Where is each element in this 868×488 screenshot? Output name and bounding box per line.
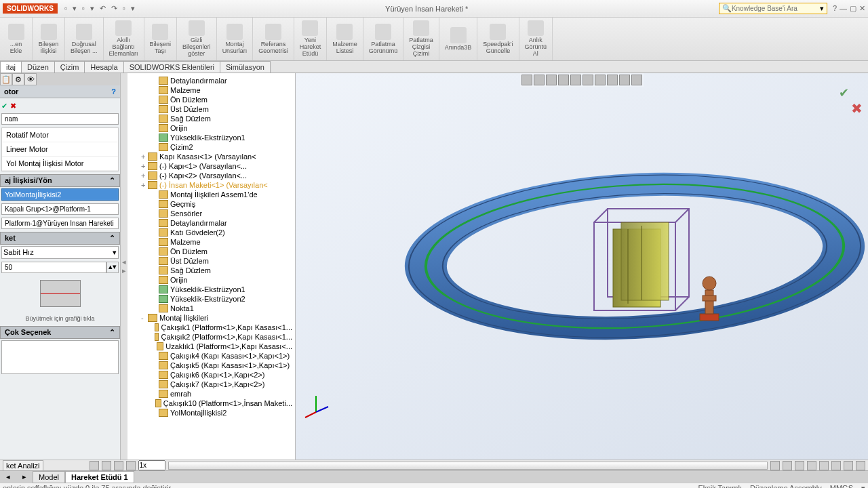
ribbon-button[interactable]: BileşeniTaşı	[144, 18, 178, 60]
tree-item[interactable]: Detaylandırmalar	[127, 76, 295, 85]
ribbon-button[interactable]: MalzemeListesi	[327, 18, 363, 60]
tree-item[interactable]: YolMontajİlişkisi2	[127, 408, 295, 418]
ribbon-button[interactable]: YeniHareketEtüdü	[294, 18, 328, 60]
tree-item[interactable]: Katı Gövdeler(2)	[127, 228, 295, 237]
tree-item[interactable]: Üst Düzlem	[127, 104, 295, 114]
qat-rebuild-icon[interactable]: ▫	[123, 4, 125, 13]
tree-item[interactable]: Sensörler	[127, 209, 295, 218]
tree-item[interactable]: Orijin	[127, 275, 295, 285]
search-dropdown-icon[interactable]: ▾	[820, 4, 824, 13]
tree-item[interactable]: Çakışık5 (Kapı Kasası<1>,Kapı<1>)	[127, 361, 295, 370]
ribbon-button[interactable]: Anında3B	[439, 18, 478, 60]
minimize-icon[interactable]: —	[840, 4, 847, 13]
tree-item[interactable]: Çakışık7 (Kapı<1>,Kapı<2>)	[127, 380, 295, 389]
tab-itaj[interactable]: itaj	[0, 61, 22, 73]
force-icon[interactable]	[819, 461, 829, 470]
tree-item[interactable]: Malzeme	[127, 237, 295, 247]
qat-new-icon[interactable]: ▫	[64, 4, 67, 13]
tab-model[interactable]: Model	[33, 471, 65, 483]
status-units[interactable]: MMGS	[830, 484, 853, 488]
spinner-icon[interactable]: ▴▾	[106, 262, 119, 273]
splitter[interactable]: ◂▸	[121, 73, 127, 460]
play-start-icon[interactable]	[90, 461, 99, 470]
tree-item[interactable]: -Montaj İlişkileri	[127, 313, 295, 323]
ribbon-button[interactable]: Bileşenİlişkisi	[33, 18, 65, 60]
edit-appearance-icon[interactable]	[607, 75, 618, 85]
tab-çizim[interactable]: Çizim	[54, 61, 85, 73]
zoom-fit-icon[interactable]	[521, 75, 532, 85]
help-icon[interactable]: ?	[833, 4, 837, 13]
reject-icon[interactable]: ✖	[10, 102, 16, 110]
tree-item[interactable]: Yükseklik-Ekstrüzyon2	[127, 294, 295, 304]
qat-open-icon[interactable]: ▾	[73, 4, 77, 13]
section-more-options[interactable]: Çok Seçenek⌃	[0, 326, 120, 339]
view-settings-icon[interactable]	[631, 75, 642, 85]
qat-save-icon[interactable]: ▫	[82, 4, 85, 13]
status-extra-icon[interactable]: ▾	[861, 484, 865, 488]
motor-type-option[interactable]: Yol Montaj İlişkisi Motor	[2, 157, 118, 171]
key-icon[interactable]	[770, 461, 780, 470]
search-input[interactable]	[732, 5, 820, 12]
tree-item[interactable]: Çakışık6 (Kapı<1>,Kapı<2>)	[127, 370, 295, 380]
tab-motion-study[interactable]: Hareket Etüdü 1	[65, 471, 134, 483]
tree-item[interactable]: Ön Düzlem	[127, 95, 295, 104]
help-icon[interactable]: ?	[111, 87, 116, 96]
tab-display-icon[interactable]: 👁	[24, 73, 37, 85]
motor-type-option[interactable]: Lineer Motor	[2, 142, 118, 157]
tab-feature-icon[interactable]: 📋	[0, 73, 12, 85]
tree-item[interactable]: Orijin	[127, 123, 295, 133]
view-orient-icon[interactable]	[570, 75, 581, 85]
analysis-type-label[interactable]: ket Analizi	[3, 460, 43, 471]
selected-mate[interactable]: YolMontajİlişkisi2	[1, 188, 119, 201]
maximize-icon[interactable]: ▢	[850, 4, 856, 13]
speed-value-input[interactable]	[1, 262, 106, 273]
ribbon-button[interactable]: AkıllıBağlantıElemanları	[104, 18, 144, 60]
tree-item[interactable]: Detaylandırmalar	[127, 218, 295, 228]
spring-icon[interactable]	[807, 461, 816, 470]
play-icon[interactable]	[114, 461, 123, 470]
tree-item[interactable]: +(-) İnsan Maketi<1> (Varsayılan<	[127, 180, 295, 190]
tree-item[interactable]: Çakışık1 (Platform<1>,Kapı Kasası<1...	[127, 323, 295, 332]
tab-hesapla[interactable]: Hesapla	[84, 61, 123, 73]
confirm-icon[interactable]: ✔	[839, 85, 849, 100]
feature-tree[interactable]: DetaylandırmalarMalzeme Ön DüzlemÜst Düz…	[127, 73, 296, 460]
tree-item[interactable]: Üst Düzlem	[127, 256, 295, 266]
ribbon-button[interactable]: DoğrusalBileşen ...	[65, 18, 104, 60]
time-input[interactable]	[138, 460, 165, 470]
prev-view-icon[interactable]	[546, 75, 557, 85]
accept-icon[interactable]: ✔	[1, 102, 7, 110]
ribbon-button[interactable]: ReferansGeometrisi	[253, 18, 294, 60]
tree-item[interactable]: Montaj İlişkileri Assem1'de	[127, 190, 295, 199]
tree-item[interactable]: Yükseklik-Ekstrüzyon1	[127, 285, 295, 294]
motor-type-option[interactable]: Rotatif Motor	[2, 128, 118, 142]
tree-item[interactable]: Çakışık10 (Platform<1>,İnsan Maketi...	[127, 399, 295, 408]
tree-item[interactable]: emrah	[127, 389, 295, 399]
qat-redo-icon[interactable]: ↷	[111, 4, 117, 13]
results-icon[interactable]	[856, 461, 865, 470]
ribbon-button[interactable]: MontajUnsurları	[217, 18, 254, 60]
view-triad[interactable]	[302, 392, 330, 419]
tree-item[interactable]: Çizim2	[127, 142, 295, 152]
zoom-area-icon[interactable]	[534, 75, 545, 85]
section-view-icon[interactable]	[558, 75, 569, 85]
tree-item[interactable]: Çakışık4 (Kapı Kasası<1>,Kapı<1>)	[127, 351, 295, 361]
tree-item[interactable]: Uzaklık1 (Platform<1>,Kapı Kasası<...	[127, 342, 295, 351]
motion-timeline[interactable]: ket Analizi	[0, 460, 868, 470]
search-box[interactable]: 🔍 ▾	[719, 3, 827, 14]
display-style-icon[interactable]	[583, 75, 593, 85]
tree-item[interactable]: +(-) Kapı<1> (Varsayılan<...	[127, 161, 295, 171]
tree-item[interactable]: Geçmiş	[127, 199, 295, 209]
tree-item[interactable]: Ön Düzlem	[127, 247, 295, 256]
ribbon-button[interactable]: PatlatmaÇizgisiÇizimi	[403, 18, 439, 60]
component2-input[interactable]	[1, 218, 119, 229]
tree-item[interactable]: Malzeme	[127, 85, 295, 95]
tree-item[interactable]: +Kapı Kasası<1> (Varsayılan<	[127, 152, 295, 161]
section-mate-direction[interactable]: aj İlişkisi/Yön⌃	[0, 174, 120, 187]
calc-icon[interactable]	[783, 461, 792, 470]
qat-undo-icon[interactable]: ↶	[100, 4, 106, 13]
hide-show-icon[interactable]	[595, 75, 606, 85]
tab-düzen[interactable]: Düzen	[21, 61, 55, 73]
motion-graph[interactable]	[40, 280, 81, 307]
section-motion[interactable]: ket⌃	[0, 232, 120, 245]
component1-input[interactable]	[1, 203, 119, 215]
